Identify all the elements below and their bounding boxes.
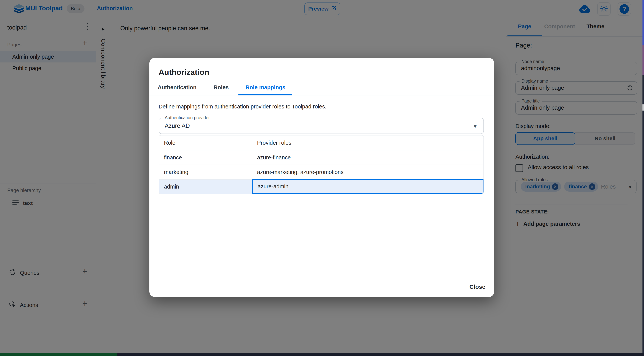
- scrollbar-segment: [642, 0, 644, 45]
- column-header-role[interactable]: Role: [159, 136, 252, 150]
- cell-provider-roles-editing[interactable]: azure-admin: [252, 179, 484, 194]
- tab-authentication[interactable]: Authentication: [158, 84, 196, 91]
- bottom-window-bar: [0, 353, 644, 356]
- dialog-tabs: Authentication Roles Role mappings: [150, 83, 494, 96]
- scrollbar-segment: [642, 45, 644, 75]
- dialog-title: Authorization: [158, 68, 209, 77]
- table-row[interactable]: finance azure-finance: [159, 150, 484, 164]
- scrollbar-thumb[interactable]: [642, 104, 644, 110]
- chevron-down-icon: ▾: [474, 123, 476, 130]
- active-tab-indicator: [238, 94, 292, 96]
- bottom-bar-green-segment: [0, 353, 117, 356]
- scrollbar-track: [642, 75, 644, 356]
- dialog-description: Define mappings from authentication prov…: [158, 104, 326, 110]
- close-button[interactable]: Close: [470, 284, 486, 290]
- role-mappings-grid: Role Provider roles finance azure-financ…: [158, 135, 484, 194]
- table-row[interactable]: marketing azure-marketing, azure-promoti…: [159, 164, 484, 179]
- auth-provider-select[interactable]: Authentication provider Azure AD ▾: [158, 118, 484, 134]
- authorization-dialog: Authorization Authentication Roles Role …: [150, 58, 494, 297]
- toolpad-editor: MUI Toolpad Beta Authorization Preview: [0, 0, 644, 356]
- auth-provider-value: Azure AD: [165, 118, 190, 134]
- column-header-provider-roles[interactable]: Provider roles: [252, 136, 484, 150]
- tab-roles[interactable]: Roles: [214, 84, 229, 91]
- cell-role[interactable]: finance: [159, 150, 252, 164]
- cell-provider-roles[interactable]: azure-marketing, azure-promotions: [252, 165, 484, 179]
- tab-role-mappings[interactable]: Role mappings: [246, 84, 286, 91]
- cell-provider-roles[interactable]: azure-finance: [252, 150, 484, 164]
- cell-role[interactable]: marketing: [159, 165, 252, 179]
- cell-role[interactable]: admin: [159, 180, 252, 194]
- grid-header-row: Role Provider roles: [159, 136, 484, 150]
- table-row-selected[interactable]: admin azure-admin: [159, 179, 484, 194]
- window-edge-scrollbar[interactable]: [642, 0, 644, 356]
